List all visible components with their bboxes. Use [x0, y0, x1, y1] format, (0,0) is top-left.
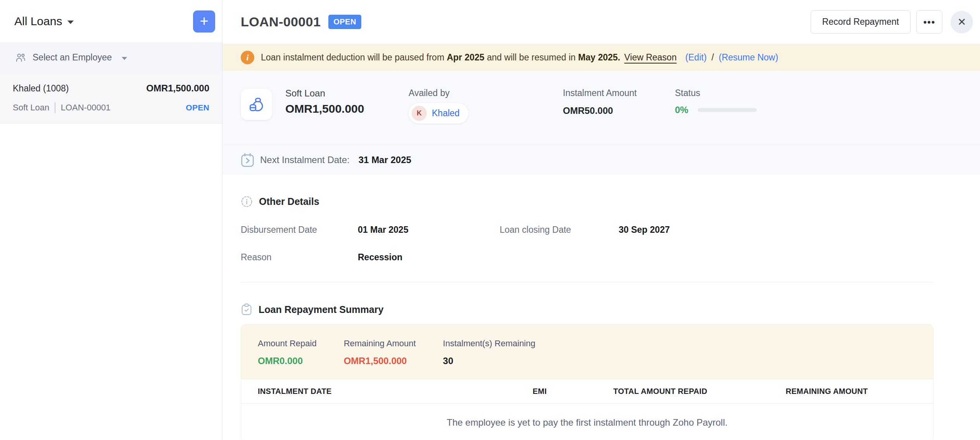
- employee-name-link: Khaled: [432, 108, 460, 119]
- repayment-table-header: INSTALMENT DATE EMI TOTAL AMOUNT REPAID …: [241, 379, 933, 404]
- field-label: Disbursement Date: [241, 225, 358, 235]
- next-instalment-label: Next Instalment Date:: [260, 155, 350, 165]
- availed-by-block: Availed by K Khaled: [409, 88, 468, 124]
- status-label: Status: [675, 88, 757, 98]
- employee-filter-dropdown[interactable]: Select an Employee: [0, 43, 222, 72]
- details-section: Other Details Disbursement Date 01 Mar 2…: [223, 196, 980, 440]
- close-button[interactable]: ✕: [951, 11, 973, 33]
- other-details-heading: Other Details: [241, 196, 933, 208]
- next-instalment-row: Next Instalment Date: 31 Mar 2025: [223, 145, 980, 175]
- loans-filter-dropdown[interactable]: All Loans: [14, 15, 74, 28]
- repayment-stats: Amount Repaid OMR0.000 Remaining Amount …: [241, 325, 933, 379]
- loan-item-type: Soft Loan: [13, 103, 49, 113]
- availed-by-label: Availed by: [409, 88, 468, 98]
- plus-icon: +: [200, 14, 208, 28]
- page-title: LOAN-00001: [241, 14, 321, 29]
- stat-instalments-remaining: Instalment(s) Remaining 30: [443, 339, 535, 366]
- column-header: TOTAL AMOUNT REPAID: [547, 387, 707, 396]
- column-header: REMAINING AMOUNT: [707, 387, 868, 396]
- status-badge: OPEN: [328, 15, 361, 29]
- divider: [55, 102, 55, 113]
- stat-value: OMR1,500.000: [344, 356, 416, 366]
- loan-list-item[interactable]: Khaled (1008) OMR1,500.000 Soft Loan LOA…: [0, 72, 222, 124]
- progress-percent: 0%: [675, 105, 688, 115]
- loan-item-amount: OMR1,500.000: [146, 83, 209, 94]
- main-header: LOAN-00001 OPEN Record Repayment ••• ✕: [223, 0, 980, 44]
- stat-label: Instalment(s) Remaining: [443, 339, 535, 349]
- more-options-button[interactable]: •••: [916, 10, 942, 34]
- field-label: Reason: [241, 252, 358, 263]
- edit-pause-link[interactable]: (Edit): [685, 52, 707, 62]
- loan-amount-block: Soft Loan OMR1,500.000: [285, 88, 364, 115]
- stat-amount-repaid: Amount Repaid OMR0.000: [258, 339, 317, 366]
- other-details-title: Other Details: [259, 196, 319, 207]
- loan-status-block: Status 0%: [675, 88, 757, 115]
- calendar-next-icon: [241, 153, 254, 167]
- view-reason-link[interactable]: View Reason: [624, 52, 676, 62]
- employee-chip[interactable]: K Khaled: [409, 103, 468, 124]
- loan-item-employee: Khaled (1008): [13, 83, 69, 94]
- banner-text: Loan instalment deduction will be paused…: [261, 52, 444, 62]
- users-icon: [14, 52, 27, 64]
- ellipsis-icon: •••: [923, 17, 935, 28]
- loan-item-subtitle: Soft Loan LOAN-00001: [13, 102, 110, 113]
- add-loan-button[interactable]: +: [193, 10, 215, 33]
- instalment-amount-value: OMR50.000: [563, 105, 637, 116]
- field-value: Recession: [358, 252, 500, 263]
- progress-bar: [698, 108, 757, 112]
- loan-type-tile: [241, 89, 272, 120]
- pause-notice-text: Loan instalment deduction will be paused…: [261, 52, 778, 63]
- record-repayment-button[interactable]: Record Repayment: [811, 10, 911, 34]
- field-value: 01 Mar 2025: [358, 225, 500, 235]
- column-header: INSTALMENT DATE: [258, 387, 412, 396]
- loan-overview-card: Soft Loan OMR1,500.000 Availed by K Khal…: [223, 71, 980, 175]
- stat-remaining-amount: Remaining Amount OMR1,500.000: [344, 339, 416, 366]
- money-bag-icon: [247, 95, 266, 114]
- clipboard-check-icon: [241, 303, 252, 316]
- loan-amount-value: OMR1,500.000: [285, 102, 364, 115]
- avatar: K: [412, 106, 427, 121]
- banner-resume-month: May 2025.: [578, 52, 620, 62]
- field-label: Loan closing Date: [500, 225, 619, 235]
- repayment-summary-heading: Loan Repayment Summary: [241, 303, 933, 316]
- other-details-row: Reason Recession: [241, 252, 933, 263]
- stat-label: Amount Repaid: [258, 339, 317, 349]
- sidebar-title: All Loans: [14, 15, 62, 28]
- loan-type-label: Soft Loan: [285, 88, 364, 99]
- column-header: EMI: [412, 387, 547, 396]
- instalment-amount-block: Instalment Amount OMR50.000: [563, 88, 637, 116]
- loan-item-id: LOAN-00001: [61, 103, 110, 113]
- stat-value: 30: [443, 356, 535, 366]
- next-instalment-date: 31 Mar 2025: [359, 155, 411, 165]
- chevron-down-icon: [122, 57, 127, 60]
- sidebar: All Loans + Select an Employee Khaled (1…: [0, 0, 223, 440]
- repayment-summary-title: Loan Repayment Summary: [259, 304, 383, 315]
- loan-item-status-badge: OPEN: [186, 103, 209, 112]
- banner-separator: /: [711, 52, 714, 62]
- sidebar-header: All Loans +: [0, 0, 222, 43]
- instalment-amount-label: Instalment Amount: [563, 88, 637, 98]
- app-root: All Loans + Select an Employee Khaled (1…: [0, 0, 980, 440]
- stat-value: OMR0.000: [258, 356, 317, 366]
- info-badge-icon: [241, 196, 253, 208]
- stat-label: Remaining Amount: [344, 339, 416, 349]
- employee-filter-label: Select an Employee: [33, 52, 112, 63]
- resume-now-link[interactable]: (Resume Now): [719, 52, 778, 62]
- empty-state-message: The employee is yet to pay the first ins…: [241, 404, 933, 440]
- close-icon: ✕: [958, 16, 966, 28]
- section-divider: [241, 282, 933, 282]
- repayment-summary-card: Amount Repaid OMR0.000 Remaining Amount …: [241, 324, 933, 440]
- banner-text: and will be resumed in: [487, 52, 576, 62]
- chevron-down-icon: [67, 21, 74, 24]
- field-value: 30 Sep 2027: [619, 225, 933, 235]
- banner-pause-month: Apr 2025: [447, 52, 484, 62]
- other-details-row: Disbursement Date 01 Mar 2025 Loan closi…: [241, 225, 933, 235]
- pause-notice-banner: i Loan instalment deduction will be paus…: [223, 44, 980, 71]
- main-panel: LOAN-00001 OPEN Record Repayment ••• ✕ i…: [223, 0, 980, 440]
- info-icon: i: [241, 51, 254, 64]
